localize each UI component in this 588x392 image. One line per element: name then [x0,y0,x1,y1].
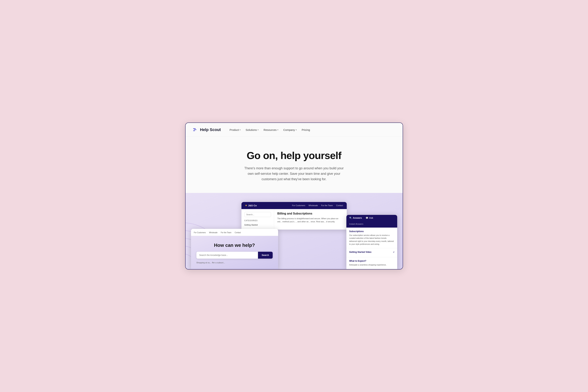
svg-rect-2 [193,130,195,131]
kb-topnav: For Customers Wholesale For the Team Con… [292,204,343,206]
ip-tab-answers[interactable]: 🔍 Answers [349,217,362,219]
ip-item-title-subscriptions: Subscriptions [349,230,394,233]
ip-item-getting-started-video[interactable]: Getting Started Video ↗ [346,248,397,257]
nav-item-solutions[interactable]: Solutions ▾ [246,128,258,132]
logo-text: Help Scout [200,128,221,132]
logo-link[interactable]: Help Scout [193,127,221,133]
chevron-down-icon: ▾ [296,129,297,131]
hc-topnav: For Customers Wholesale For the Team Con… [194,231,241,234]
hero-subtext: There's more than enough support to go a… [242,166,347,182]
nav-link-resources[interactable]: Resources ▾ [264,128,278,132]
ip-tabs: 🔍 Answers 💬 Ask [346,215,397,221]
search-icon: 🔍 [349,217,352,219]
kb-category-item[interactable]: Getting Started [244,223,271,227]
kb-body: CATEGORIES Getting Started Billing and S… [242,209,347,230]
ip-items: Subscriptions Our subscription service a… [346,228,397,269]
logo-icon [193,127,198,133]
kb-brand: ★ J&G Co [245,204,257,207]
hc-search-input[interactable] [196,252,258,258]
hc-body: How can we help? Search Shopping at ou..… [191,236,278,269]
nav-item-pricing[interactable]: Pricing [302,128,310,132]
instant-answers-panel: 🔍 Answers 💬 Ask Instant Answers Subscrip… [346,215,397,269]
nav-link-pricing[interactable]: Pricing [302,128,310,132]
kb-categories-label: CATEGORIES [244,220,271,222]
navbar: Help Scout Product ▾ Solutions ▾ Resourc… [186,123,403,137]
ip-item-what-to-expect[interactable]: What to Expect? Anticipate a seamless sh… [346,257,397,269]
nav-link-solutions[interactable]: Solutions ▾ [246,128,258,132]
hc-search-row: Search [196,252,273,258]
svg-rect-1 [194,130,196,130]
ip-subheader: Instant Answers [346,221,397,228]
help-center-window: For Customers Wholesale For the Team Con… [191,229,278,269]
star-icon: ★ [245,204,247,207]
chat-icon: 💬 [366,217,368,219]
hc-heading: How can we help? [196,242,273,248]
chevron-down-icon: ▾ [278,129,278,131]
ip-item-text-expect: Anticipate a seamless shopping experienc… [349,263,394,266]
hc-bottom-text: Shopping at ou... ffer a subscri... [196,262,273,264]
browser-window: Help Scout Product ▾ Solutions ▾ Resourc… [185,122,403,269]
kb-topbar: ★ J&G Co For Customers Wholesale For the… [242,202,347,209]
nav-link-company[interactable]: Company ▾ [284,128,297,132]
kb-content: Billing and Subscriptions The billing pr… [274,209,347,230]
chevron-down-icon: ▾ [258,129,258,131]
kb-window: ★ J&G Co For Customers Wholesale For the… [242,202,347,230]
hc-topbar: For Customers Wholesale For the Team Con… [191,229,278,236]
hc-search-button[interactable]: Search [258,252,272,258]
chevron-down-icon: ▾ [240,129,240,131]
nav-link-product[interactable]: Product ▾ [230,128,240,132]
kb-sidebar: CATEGORIES Getting Started [242,209,274,230]
ip-subheader-text: Instant Answers [349,223,364,225]
nav-item-company[interactable]: Company ▾ [284,128,297,132]
nav-links: Product ▾ Solutions ▾ Resources ▾ Compan… [230,128,310,132]
kb-search-input[interactable] [244,212,271,217]
ip-item-text-subscriptions: Our subscription service allows you to r… [349,234,394,246]
ip-item-title-video: Getting Started Video ↗ [349,251,394,253]
kb-article-title: Billing and Subscriptions [278,212,344,215]
hero-section: Go on, help yourself There's more than e… [186,137,403,193]
ip-item-title-expect: What to Expect? [349,260,394,262]
external-link-icon: ↗ [393,251,394,253]
hero-heading: Go on, help yourself [193,150,396,161]
ip-item-subscriptions[interactable]: Subscriptions Our subscription service a… [346,228,397,248]
nav-item-resources[interactable]: Resources ▾ [264,128,278,132]
demo-section: ★ J&G Co For Customers Wholesale For the… [186,193,403,269]
nav-item-product[interactable]: Product ▾ [230,128,240,132]
ip-tab-ask[interactable]: 💬 Ask [366,217,373,219]
kb-article-text: The billing process is straightforward a… [278,217,344,224]
svg-rect-0 [193,128,196,129]
